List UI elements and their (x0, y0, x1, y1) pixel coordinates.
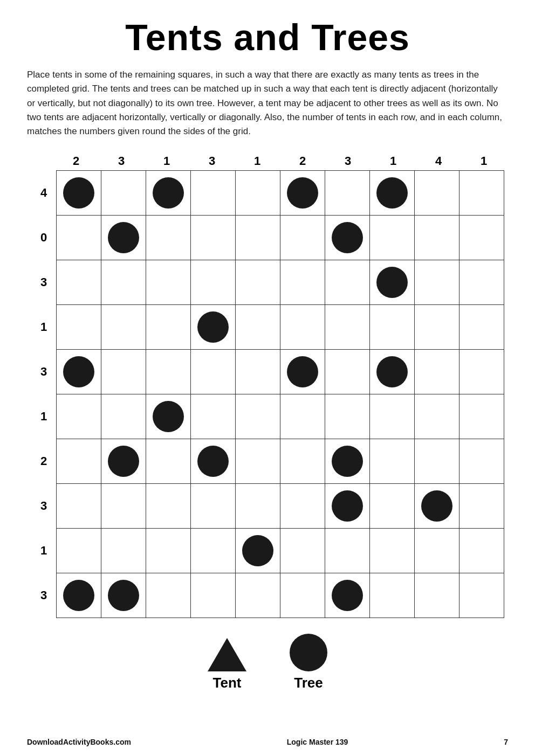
tree-circle (332, 490, 363, 522)
tree-icon (290, 634, 327, 671)
tree-circle (287, 356, 318, 387)
grid-row: 1 (31, 528, 504, 573)
tree-circle (197, 311, 229, 343)
grid-cell (369, 528, 415, 573)
grid-cell (459, 170, 504, 216)
grid-cell (146, 483, 191, 529)
grid-row: 1 (31, 304, 504, 350)
tree-legend-item: Tree (290, 634, 327, 691)
grid-cell (190, 349, 236, 394)
grid-cell (190, 483, 236, 529)
tree-circle (376, 177, 408, 209)
grid-cell (280, 394, 325, 439)
page-title: Tents and Trees (27, 16, 508, 58)
grid-cell (459, 483, 504, 529)
grid-cell (101, 483, 146, 529)
row-label: 1 (31, 320, 56, 334)
grid-cell (235, 483, 280, 529)
grid-cell (414, 483, 459, 529)
grid-cell (325, 528, 370, 573)
tent-legend-label: Tent (213, 675, 242, 691)
grid-cell (101, 170, 146, 216)
grid-cell (280, 304, 325, 350)
grid-cell (459, 349, 504, 394)
grid-cell (459, 528, 504, 573)
tree-legend-label: Tree (294, 675, 323, 691)
grid-cell (235, 170, 280, 216)
tree-circle (421, 490, 452, 522)
footer-left: DownloadActivityBooks.com (27, 738, 131, 746)
grid-cell (101, 573, 146, 618)
grid-cell (459, 394, 504, 439)
grid-cell (56, 304, 101, 350)
col-header: 3 (325, 154, 371, 170)
col-header: 4 (416, 154, 461, 170)
tree-circle (108, 580, 139, 611)
grid-cell (325, 439, 370, 484)
grid-cell (190, 528, 236, 573)
grid-cell (280, 573, 325, 618)
grid-cell (190, 394, 236, 439)
col-header: 1 (461, 154, 506, 170)
grid-cell (414, 349, 459, 394)
grid-cell (190, 215, 236, 260)
tree-circle (242, 535, 273, 566)
grid-cell (369, 573, 415, 618)
tree-circle (63, 580, 94, 611)
grid-cell (146, 215, 191, 260)
grid-cell (280, 349, 325, 394)
tree-circle (108, 446, 139, 477)
tree-circle (63, 177, 94, 209)
grid-cell (459, 215, 504, 260)
grid-cell (146, 349, 191, 394)
grid-row: 3 (31, 349, 504, 394)
tree-circle (376, 356, 408, 387)
row-label: 2 (31, 454, 56, 468)
grid-cell (56, 260, 101, 305)
grid-cell (56, 573, 101, 618)
grid-cell (190, 170, 236, 216)
row-label: 3 (31, 365, 56, 379)
grid-cell (56, 483, 101, 529)
grid-row: 2 (31, 439, 504, 484)
tree-circle (287, 177, 318, 209)
grid-cell (101, 528, 146, 573)
grid-cell (369, 170, 415, 216)
legend: Tent Tree (208, 634, 327, 691)
grid-cell (325, 215, 370, 260)
grid-cell (101, 394, 146, 439)
grid-cell (325, 483, 370, 529)
grid-cell (459, 304, 504, 350)
col-header: 1 (235, 154, 280, 170)
footer: DownloadActivityBooks.com Logic Master 1… (0, 738, 535, 746)
grid-cell (280, 439, 325, 484)
grid-cell (325, 170, 370, 216)
row-label: 3 (31, 588, 56, 602)
grid-cell (146, 573, 191, 618)
grid-cell (56, 349, 101, 394)
grid-row: 3 (31, 483, 504, 529)
footer-right: 7 (504, 738, 508, 746)
tree-circle (63, 356, 94, 387)
grid-cell (235, 349, 280, 394)
grid-cell (369, 304, 415, 350)
grid-cell (280, 528, 325, 573)
grid-row: 3 (31, 573, 504, 618)
grid-cell (190, 439, 236, 484)
footer-center: Logic Master 139 (287, 738, 348, 746)
grid-cell (235, 215, 280, 260)
grid-cell (414, 439, 459, 484)
grid-cell (56, 170, 101, 216)
grid-cell (235, 304, 280, 350)
col-header: 1 (371, 154, 416, 170)
grid-cell (146, 170, 191, 216)
tree-circle (332, 580, 363, 611)
grid-cell (235, 394, 280, 439)
row-label: 3 (31, 275, 56, 289)
tree-circle (332, 222, 363, 253)
grid-cell (146, 439, 191, 484)
grid-cell (414, 170, 459, 216)
grid-cell (235, 528, 280, 573)
grid-row: 1 (31, 394, 504, 439)
grid-cell (190, 573, 236, 618)
